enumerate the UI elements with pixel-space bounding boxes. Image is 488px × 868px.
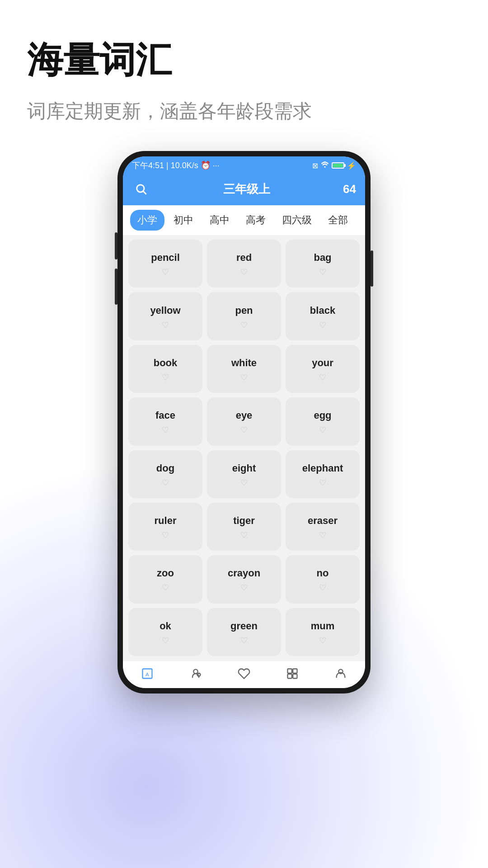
word-count: 64: [343, 182, 356, 196]
word-text: book: [154, 357, 178, 369]
word-card[interactable]: egg♡: [286, 397, 360, 445]
favorite-icon[interactable]: ♡: [319, 425, 326, 435]
word-card[interactable]: elephant♡: [286, 450, 360, 498]
word-card[interactable]: crayon♡: [207, 555, 281, 603]
charging-icon: ⚡: [347, 161, 356, 170]
tab-cet[interactable]: 四六级: [275, 210, 319, 231]
nav-learn[interactable]: [188, 665, 204, 682]
favorite-icon[interactable]: ♡: [319, 636, 326, 646]
battery-fill: [333, 164, 343, 167]
bottom-nav: A: [123, 660, 365, 688]
word-card[interactable]: eight♡: [207, 450, 281, 498]
tab-gaokao[interactable]: 高考: [239, 210, 273, 231]
word-card[interactable]: black♡: [286, 292, 360, 340]
search-button[interactable]: [132, 180, 150, 198]
volume-down-button: [115, 269, 117, 305]
status-time-speed: 下午4:51 | 10.0K/s ⏰ ···: [132, 160, 220, 171]
svg-rect-11: [293, 674, 297, 678]
favorite-icon[interactable]: ♡: [240, 636, 248, 646]
word-text: bag: [314, 252, 331, 264]
favorite-icon[interactable]: ♡: [240, 373, 248, 382]
word-card[interactable]: pencil♡: [128, 240, 202, 288]
tab-all[interactable]: 全部: [321, 210, 355, 231]
favorite-icon[interactable]: ♡: [319, 267, 326, 277]
word-text: black: [310, 305, 335, 316]
favorite-icon[interactable]: ♡: [319, 478, 326, 488]
word-card[interactable]: ok♡: [128, 608, 202, 656]
svg-rect-9: [293, 669, 297, 673]
word-card[interactable]: red♡: [207, 240, 281, 288]
word-text: ok: [160, 620, 171, 632]
word-card[interactable]: pen♡: [207, 292, 281, 340]
tab-high[interactable]: 高中: [202, 210, 237, 231]
screen-off-icon: ⊠: [312, 161, 318, 170]
phone-screen: 下午4:51 | 10.0K/s ⏰ ··· ⊠: [123, 156, 365, 688]
favorite-icon[interactable]: ♡: [162, 636, 169, 646]
search-icon: [135, 183, 147, 195]
word-text: tiger: [233, 515, 255, 527]
tab-middle[interactable]: 初中: [166, 210, 201, 231]
favorite-icon[interactable]: ♡: [162, 583, 169, 593]
word-text: egg: [314, 410, 331, 421]
favorite-icon[interactable]: ♡: [319, 373, 326, 382]
vocab-icon: A: [139, 665, 155, 682]
favorite-icon[interactable]: ♡: [240, 425, 248, 435]
favorite-icon[interactable]: ♡: [162, 267, 169, 277]
favorite-icon[interactable]: ♡: [240, 478, 248, 488]
svg-point-1: [137, 185, 144, 192]
svg-line-2: [143, 191, 146, 194]
favorite-icon[interactable]: ♡: [162, 425, 169, 435]
word-text: eye: [236, 410, 253, 421]
word-card[interactable]: mum♡: [286, 608, 360, 656]
word-card[interactable]: eye♡: [207, 397, 281, 445]
word-text: green: [230, 620, 258, 632]
svg-point-5: [193, 670, 197, 674]
word-card[interactable]: white♡: [207, 345, 281, 393]
status-icons: ⊠ ⚡: [312, 161, 356, 170]
wifi-icon: [321, 161, 329, 170]
word-text: your: [312, 357, 333, 369]
tab-elementary[interactable]: 小学: [130, 210, 164, 231]
nav-expand[interactable]: [284, 665, 300, 682]
word-text: no: [317, 567, 329, 579]
word-card[interactable]: book♡: [128, 345, 202, 393]
favorite-icon[interactable]: ♡: [240, 267, 248, 277]
status-speed: 10.0K/s: [171, 161, 198, 170]
word-card[interactable]: bag♡: [286, 240, 360, 288]
word-card[interactable]: zoo♡: [128, 555, 202, 603]
filter-tabs: 小学 初中 高中 高考 四六级 全部: [123, 205, 365, 235]
favorite-icon[interactable]: ♡: [319, 320, 326, 330]
word-card[interactable]: face♡: [128, 397, 202, 445]
word-text: face: [155, 410, 175, 421]
favorite-icon[interactable]: ♡: [162, 320, 169, 330]
word-text: yellow: [150, 305, 180, 316]
nav-profile[interactable]: [333, 665, 349, 682]
word-card[interactable]: no♡: [286, 555, 360, 603]
word-card[interactable]: ruler♡: [128, 503, 202, 551]
favorite-icon[interactable]: ♡: [319, 583, 326, 593]
word-card[interactable]: dog♡: [128, 450, 202, 498]
favorite-icon[interactable]: ♡: [240, 320, 248, 330]
favorite-icon[interactable]: ♡: [162, 530, 169, 540]
favorite-icon[interactable]: ♡: [240, 583, 248, 593]
word-card[interactable]: tiger♡: [207, 503, 281, 551]
expand-icon: [284, 665, 300, 682]
words-grid: pencil♡red♡bag♡yellow♡pen♡black♡book♡whi…: [123, 235, 365, 660]
nav-favorite[interactable]: [236, 665, 252, 682]
word-card[interactable]: your♡: [286, 345, 360, 393]
word-text: pencil: [151, 252, 180, 264]
favorite-icon[interactable]: ♡: [162, 478, 169, 488]
word-card[interactable]: green♡: [207, 608, 281, 656]
favorite-icon[interactable]: ♡: [240, 530, 248, 540]
hero-subtitle: 词库定期更新，涵盖各年龄段需求: [27, 99, 461, 124]
nav-vocab[interactable]: A: [139, 665, 155, 682]
phone-wrapper: 下午4:51 | 10.0K/s ⏰ ··· ⊠: [27, 151, 461, 693]
word-card[interactable]: eraser♡: [286, 503, 360, 551]
word-card[interactable]: yellow♡: [128, 292, 202, 340]
svg-text:A: A: [145, 671, 149, 677]
battery-icon: [332, 162, 344, 169]
hero-title: 海量词汇: [27, 36, 461, 85]
learn-icon: [188, 665, 204, 682]
favorite-icon[interactable]: ♡: [319, 530, 326, 540]
favorite-icon[interactable]: ♡: [162, 373, 169, 382]
